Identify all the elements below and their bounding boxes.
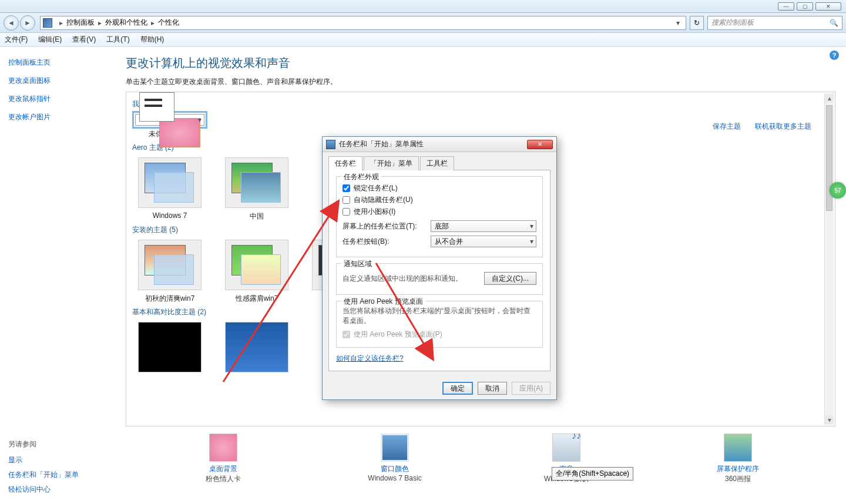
theme-tile[interactable]: 中国 [219, 157, 294, 221]
dialog-close-button[interactable]: ✕ [527, 140, 553, 149]
theme-thumb [225, 157, 288, 208]
group-aero-peek: 使用 Aero Peek 预览桌面 [341, 297, 425, 307]
checkbox-label: 使用 Aero Peek 预览桌面(P) [354, 330, 442, 340]
get-more-themes-link[interactable]: 联机获取更多主题 [755, 122, 811, 132]
notification-text: 自定义通知区域中出现的图标和通知。 [343, 274, 484, 284]
theme-thumb [225, 240, 288, 290]
checkbox-small-icons[interactable]: 使用小图标(I) [343, 207, 536, 217]
shortcut-title: 屏幕保护程序 [679, 464, 797, 474]
address-dropdown[interactable]: ▾ [673, 19, 683, 27]
shortcut-title: 桌面背景 [164, 464, 282, 474]
section-my-themes: 我的主题 (1) [132, 99, 829, 109]
shortcut-screensaver[interactable]: 屏幕保护程序 360画报 [679, 434, 797, 484]
checkbox-input[interactable] [343, 196, 350, 204]
scrollbar[interactable]: ▴ ▾ [824, 93, 834, 425]
seealso-display[interactable]: 显示 [8, 455, 109, 465]
select-value: 底部 [435, 221, 449, 231]
address-bar[interactable]: ▸ 控制面板 ▸ 外观和个性化 ▸ 个性化 ▾ [40, 16, 686, 30]
badge-icon[interactable]: 57 [830, 182, 846, 199]
menu-view[interactable]: 查看(V) [72, 35, 96, 45]
save-theme-link[interactable]: 保存主题 [713, 122, 741, 132]
checkbox-input[interactable] [343, 184, 350, 192]
theme-tile[interactable]: 未保存的主题 [132, 114, 207, 139]
taskbar-properties-dialog: 任务栏和「开始」菜单属性 ✕ 任务栏 「开始」菜单 工具栏 任务栏外观 锁定任务… [322, 136, 557, 400]
seealso-taskbar[interactable]: 任务栏和「开始」菜单 [8, 470, 109, 480]
menu-file[interactable]: 文件(F) [5, 35, 28, 45]
chevron-right-icon: ▸ [59, 19, 63, 27]
sidebar-link-account-picture[interactable]: 更改帐户图片 [8, 112, 109, 122]
theme-thumb [138, 157, 202, 208]
sound-icon [552, 434, 580, 462]
theme-thumb [135, 114, 204, 126]
checkbox-label: 自动隐藏任务栏(U) [354, 195, 413, 205]
seealso-ease-of-access[interactable]: 轻松访问中心 [8, 485, 109, 495]
nav-forward-button[interactable]: ► [20, 15, 35, 31]
theme-name: 性感露肩win7 [219, 294, 294, 304]
label-taskbar-buttons: 任务栏按钮(B): [343, 237, 431, 247]
sidebar-link-desktop-icons[interactable]: 更改桌面图标 [8, 76, 109, 86]
theme-name: 初秋的清爽win7 [132, 294, 207, 304]
theme-tile[interactable]: Windows 7 [132, 157, 207, 220]
checkbox-lock-taskbar[interactable]: 锁定任务栏(L) [343, 183, 536, 193]
select-taskbar-position[interactable]: 底部 [431, 220, 536, 232]
menu-help[interactable]: 帮助(H) [140, 35, 164, 45]
group-appearance: 任务栏外观 [341, 172, 381, 182]
chevron-right-icon: ▸ [151, 19, 155, 27]
theme-tile[interactable]: 初秋的清爽win7 [132, 240, 207, 304]
shortcut-window-color[interactable]: 窗口颜色 Windows 7 Basic [336, 434, 454, 484]
theme-name: 中国 [219, 211, 294, 221]
shortcut-value: 粉色情人卡 [164, 474, 282, 484]
breadcrumb[interactable]: 个性化 [158, 18, 179, 28]
screensaver-icon [724, 434, 752, 462]
sidebar-link-mouse-pointer[interactable]: 更改鼠标指针 [8, 94, 109, 104]
page-title: 更改计算机上的视觉效果和声音 [126, 55, 835, 71]
sidebar: 控制面板主页 更改桌面图标 更改鼠标指针 更改帐户图片 另请参阅 显示 任务栏和… [0, 47, 118, 504]
menu-edit[interactable]: 编辑(E) [38, 35, 62, 45]
theme-thumb [138, 322, 202, 372]
shortcut-title: 窗口颜色 [336, 464, 454, 474]
search-input[interactable]: 搜索控制面板 🔍 [707, 16, 842, 30]
checkbox-label: 使用小图标(I) [354, 207, 395, 217]
nav-back-button[interactable]: ◄ [4, 15, 19, 31]
close-icon: ✕ [826, 4, 831, 9]
theme-tile[interactable] [132, 322, 207, 376]
theme-name: Windows 7 [132, 211, 207, 220]
page-subtitle: 单击某个主题立即更改桌面背景、窗口颜色、声音和屏幕保护程序。 [126, 77, 835, 87]
shortcut-value: 360画报 [679, 474, 797, 484]
tab-toolbars[interactable]: 工具栏 [420, 156, 454, 170]
help-icon[interactable]: ? [830, 51, 839, 60]
checkbox-input[interactable] [343, 208, 350, 216]
select-taskbar-buttons[interactable]: 从不合并 [431, 236, 536, 247]
menu-tools[interactable]: 工具(T) [106, 35, 129, 45]
scroll-up-icon[interactable]: ▴ [825, 93, 834, 103]
customize-button[interactable]: 自定义(C)... [484, 272, 536, 285]
theme-tile[interactable]: 性感露肩win7 [219, 240, 294, 304]
breadcrumb[interactable]: 外观和个性化 [105, 18, 147, 28]
tab-start-menu[interactable]: 「开始」菜单 [364, 156, 419, 170]
window-color-icon [381, 434, 409, 462]
desktop-background-icon [209, 434, 237, 462]
window-maximize-button[interactable]: ▢ [797, 2, 813, 11]
theme-thumb [225, 322, 288, 372]
theme-thumb [138, 240, 202, 290]
taskbar-icon [326, 140, 335, 149]
scroll-down-icon[interactable]: ▾ [825, 415, 834, 425]
howto-link[interactable]: 如何自定义该任务栏? [336, 354, 543, 364]
ime-tooltip: 全/半角(Shift+Spacace) [552, 467, 633, 481]
ok-button[interactable]: 确定 [442, 382, 473, 395]
sidebar-link-home[interactable]: 控制面板主页 [8, 58, 109, 68]
checkbox-aero-peek: 使用 Aero Peek 预览桌面(P) [343, 330, 536, 340]
theme-tile[interactable] [219, 322, 294, 376]
tab-taskbar[interactable]: 任务栏 [328, 156, 362, 170]
window-minimize-button[interactable]: — [778, 2, 794, 11]
chevron-right-icon: ▸ [98, 19, 102, 27]
checkbox-autohide-taskbar[interactable]: 自动隐藏任务栏(U) [343, 195, 536, 205]
window-close-button[interactable]: ✕ [815, 2, 841, 11]
refresh-button[interactable]: ↻ [690, 16, 704, 30]
breadcrumb[interactable]: 控制面板 [66, 18, 95, 28]
refresh-icon: ↻ [694, 19, 700, 27]
cancel-button[interactable]: 取消 [478, 382, 507, 395]
shortcut-desktop-background[interactable]: 桌面背景 粉色情人卡 [164, 434, 282, 484]
search-icon: 🔍 [830, 19, 838, 27]
menu-bar: 文件(F) 编辑(E) 查看(V) 工具(T) 帮助(H) [0, 33, 846, 47]
